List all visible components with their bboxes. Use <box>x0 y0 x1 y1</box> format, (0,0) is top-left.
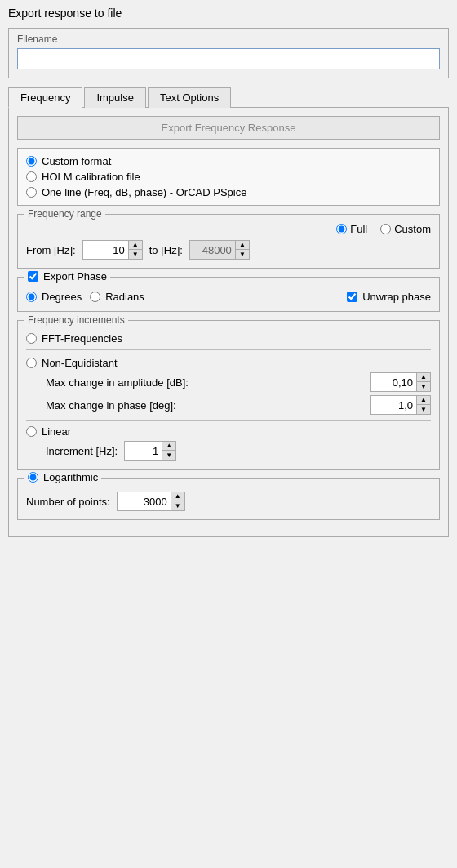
freq-from-spin-down[interactable]: ▼ <box>129 250 142 259</box>
freq-to-spin-down[interactable]: ▼ <box>236 250 249 259</box>
frequency-from-to-row: From [Hz]: ▲ ▼ to [Hz]: ▲ ▼ <box>26 240 431 260</box>
format-option-holm[interactable]: HOLM calibration file <box>26 171 431 183</box>
logarithmic-header: Logarithmic <box>24 471 101 483</box>
increment-spin-up[interactable]: ▲ <box>162 442 175 451</box>
filename-label: Filename <box>17 33 440 45</box>
freq-range-custom-option[interactable]: Custom <box>380 223 431 235</box>
non-equidistant-label: Non-Equidistant <box>42 357 118 369</box>
linear-field: Increment [Hz]: ▲ ▼ <box>46 441 431 461</box>
freq-to-spin-up[interactable]: ▲ <box>236 241 249 250</box>
increment-spinbox[interactable]: ▲ ▼ <box>124 441 176 461</box>
filename-input[interactable] <box>17 48 440 69</box>
phase-change-label: Max change in phase [deg]: <box>46 399 176 412</box>
filename-section: Filename <box>8 28 449 78</box>
format-option-orcad[interactable]: One line (Freq, dB, phase) - OrCAD PSpic… <box>26 186 431 198</box>
logarithmic-field: Number of points: ▲ ▼ <box>26 492 431 511</box>
amplitude-label: Max change in amplitude [dB]: <box>46 376 189 389</box>
frequency-increments-section: Frequency increments FFT-Frequencies Non… <box>17 320 440 470</box>
amplitude-spinbox[interactable]: ▲ ▼ <box>370 372 431 392</box>
increment-label: Increment [Hz]: <box>46 445 118 457</box>
export-phase-header: Export Phase <box>24 270 110 283</box>
logarithmic-section: Logarithmic Number of points: ▲ ▼ <box>17 478 440 520</box>
window-title: Export response to file <box>8 7 449 20</box>
frequency-range-label: Frequency range <box>24 208 105 220</box>
logarithmic-label: Logarithmic <box>43 471 98 483</box>
main-window: Export response to file Filename Frequen… <box>0 0 457 544</box>
fft-section: FFT-Frequencies <box>26 332 431 345</box>
frequency-range-section: Frequency range Full Custom From [Hz]: ▲ <box>17 214 440 269</box>
freq-range-full-option[interactable]: Full <box>336 223 367 235</box>
frequency-range-options-row: Full Custom <box>26 223 431 235</box>
freq-to-input[interactable] <box>190 241 235 259</box>
frequency-increments-label: Frequency increments <box>24 314 128 326</box>
increment-spin-buttons: ▲ ▼ <box>162 442 175 460</box>
unwrap-phase-checkbox[interactable] <box>347 292 357 302</box>
divider-1 <box>26 349 431 350</box>
tab-content-frequency: Export Frequency Response Custom format … <box>8 108 449 537</box>
freq-to-label: to [Hz]: <box>149 244 183 256</box>
unwrap-phase-option[interactable]: Unwrap phase <box>347 291 431 303</box>
points-spin-buttons: ▲ ▼ <box>171 492 184 510</box>
fft-label: FFT-Frequencies <box>42 332 122 345</box>
phase-field-row: Max change in phase [deg]: ▲ ▼ <box>46 395 431 415</box>
tab-impulse[interactable]: Impulse <box>84 87 146 108</box>
freq-from-input[interactable] <box>83 241 128 259</box>
points-spin-up[interactable]: ▲ <box>171 492 184 501</box>
export-phase-checkbox[interactable] <box>28 271 38 282</box>
phase-degrees-option[interactable]: Degrees <box>26 291 82 303</box>
freq-range-custom-label: Custom <box>394 223 431 235</box>
amplitude-spin-down[interactable]: ▼ <box>417 382 430 391</box>
export-phase-label: Export Phase <box>43 270 107 283</box>
phase-spin-buttons: ▲ ▼ <box>416 396 430 414</box>
fft-option[interactable]: FFT-Frequencies <box>26 332 431 345</box>
freq-from-spin-up[interactable]: ▲ <box>129 241 142 250</box>
amplitude-spin-buttons: ▲ ▼ <box>416 373 430 391</box>
phase-input[interactable] <box>371 396 416 414</box>
freq-from-label: From [Hz]: <box>26 244 76 256</box>
format-orcad-label: One line (Freq, dB, phase) - OrCAD PSpic… <box>42 186 246 198</box>
non-equidistant-section: Non-Equidistant Max change in amplitude … <box>26 357 431 415</box>
increment-spin-down[interactable]: ▼ <box>162 451 175 460</box>
export-frequency-response-button[interactable]: Export Frequency Response <box>17 116 440 140</box>
tab-frequency[interactable]: Frequency <box>8 87 82 108</box>
freq-range-full-label: Full <box>350 223 367 235</box>
logarithmic-radio[interactable] <box>28 472 38 483</box>
phase-degrees-label: Degrees <box>42 291 82 303</box>
amplitude-input[interactable] <box>371 373 416 391</box>
linear-label: Linear <box>42 425 71 438</box>
tabs-bar: Frequency Impulse Text Options <box>8 87 449 108</box>
freq-from-spin-buttons: ▲ ▼ <box>128 241 142 259</box>
increment-input[interactable] <box>125 442 162 460</box>
phase-radians-option[interactable]: Radians <box>90 291 144 303</box>
freq-to-spin-buttons: ▲ ▼ <box>235 241 249 259</box>
points-label: Number of points: <box>26 496 110 508</box>
non-equidistant-fields: Max change in amplitude [dB]: ▲ ▼ Max ch… <box>46 372 431 415</box>
phase-spin-up[interactable]: ▲ <box>417 396 430 405</box>
phase-spinbox[interactable]: ▲ ▼ <box>370 395 431 415</box>
linear-option[interactable]: Linear <box>26 425 431 438</box>
points-spin-down[interactable]: ▼ <box>171 501 184 510</box>
points-input[interactable] <box>118 492 171 510</box>
export-phase-options-row: Degrees Radians Unwrap phase <box>26 291 431 303</box>
format-option-custom[interactable]: Custom format <box>26 155 431 167</box>
divider-2 <box>26 420 431 421</box>
freq-to-spinbox[interactable]: ▲ ▼ <box>189 240 250 260</box>
linear-section: Linear Increment [Hz]: ▲ ▼ <box>26 425 431 461</box>
freq-from-spinbox[interactable]: ▲ ▼ <box>82 240 143 260</box>
amplitude-field-row: Max change in amplitude [dB]: ▲ ▼ <box>46 372 431 392</box>
tab-text-options[interactable]: Text Options <box>148 87 231 108</box>
format-options-group: Custom format HOLM calibration file One … <box>17 148 440 206</box>
format-custom-label: Custom format <box>42 155 111 167</box>
non-equidistant-option[interactable]: Non-Equidistant <box>26 357 431 369</box>
phase-spin-down[interactable]: ▼ <box>417 405 430 414</box>
amplitude-spin-up[interactable]: ▲ <box>417 373 430 382</box>
points-spinbox[interactable]: ▲ ▼ <box>117 492 185 511</box>
export-phase-section: Export Phase Degrees Radians Unwrap phas… <box>17 277 440 312</box>
phase-radians-label: Radians <box>105 291 144 303</box>
unwrap-phase-label: Unwrap phase <box>362 291 431 303</box>
format-holm-label: HOLM calibration file <box>42 171 140 183</box>
